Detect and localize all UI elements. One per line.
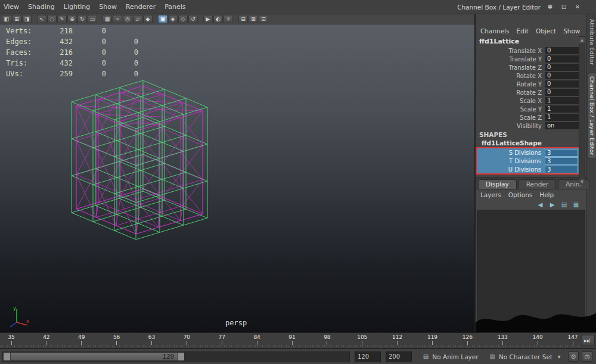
channel-value-field[interactable]: on (545, 122, 579, 129)
perspective-viewport[interactable]: Verts: 218 0 Edges: 432 0 0 (0, 24, 474, 332)
channel-value-field[interactable]: 3 (545, 149, 578, 157)
layer-editor-menu-item[interactable]: Help (539, 191, 554, 198)
layer-editor-menu-item[interactable]: Layers (480, 191, 501, 198)
node-name[interactable]: ffd1Lattice (476, 36, 586, 46)
snap-to-grid-icon[interactable]: ▦ (103, 15, 112, 23)
render-frame-icon[interactable]: ▶ (203, 15, 213, 23)
menu-item[interactable]: Shading (28, 3, 55, 11)
menu-item[interactable]: View (4, 3, 19, 11)
channel-box-menu-item[interactable]: Show (563, 27, 580, 35)
channel-label[interactable]: Scale Y (476, 106, 545, 113)
main-area: ◧ ⊞ ◨ ↖ ◌ ✎ ⊕ ↻ ▭ (0, 14, 596, 332)
panel-options-icon[interactable]: ✱ (546, 4, 554, 10)
toolbar-separator[interactable] (198, 15, 203, 23)
menu-item[interactable]: Renderer (126, 3, 156, 11)
channel-label[interactable]: Translate X (476, 48, 545, 54)
layer-editor-tab[interactable]: Display (478, 179, 517, 189)
channel-value-field[interactable]: 0 (545, 80, 579, 88)
snap-to-curve-icon[interactable]: ~ (113, 15, 122, 23)
character-set-selector[interactable]: ▥ No Character Set ▾ (488, 353, 563, 360)
channel-label[interactable]: Visibility (476, 123, 545, 129)
render-settings-icon[interactable]: ☼ (224, 15, 233, 23)
output-connections-icon[interactable]: ◇ (178, 15, 188, 23)
menu-item[interactable]: Lighting (64, 3, 90, 11)
playback-start-field[interactable] (355, 351, 381, 362)
input-connections-icon[interactable]: ◈ (168, 15, 178, 23)
snap-to-plane-icon[interactable]: ▱ (133, 15, 142, 23)
layer-editor-menu-item[interactable]: Options (508, 191, 533, 198)
channel-label[interactable]: Rotate X (476, 73, 545, 79)
scroll-down-icon[interactable]: ▼ (579, 179, 585, 185)
range-end-handle[interactable] (177, 353, 184, 360)
ipr-render-icon[interactable]: ◐ (213, 15, 223, 23)
range-slider-track[interactable]: 120 (2, 351, 350, 362)
counter-display-icon[interactable]: ⊟ (238, 15, 248, 23)
channel-value-field[interactable]: 0 (545, 47, 579, 54)
toolbar-separator[interactable] (98, 15, 102, 23)
channel-value-field[interactable]: 0 (545, 89, 579, 96)
channel-label[interactable]: Rotate Z (476, 89, 545, 96)
four-pane-layout-icon[interactable]: ⊞ (12, 15, 21, 23)
chevron-down-icon: ▾ (555, 353, 563, 360)
anim-layer-selector[interactable]: ▤ No Anim Layer (421, 353, 478, 360)
animation-preferences-button[interactable]: ◷ (582, 351, 592, 362)
channel-label[interactable]: Translate Z (476, 64, 545, 71)
range-slider-bar[interactable]: 120 (4, 353, 184, 360)
toolbar-separator[interactable] (32, 15, 36, 23)
scroll-up-icon[interactable]: ▲ (579, 37, 585, 43)
layer-next-icon[interactable]: ▶ (548, 201, 557, 208)
channel-label[interactable]: T Divisions (477, 158, 545, 164)
rotate-tool-icon[interactable]: ↻ (77, 15, 87, 23)
auto-keyframe-button[interactable]: ⊙ (568, 351, 579, 362)
channel-box-menu-item[interactable]: Object (536, 27, 556, 35)
float-panel-icon[interactable]: ⊡ (560, 4, 568, 10)
dock-vertical-tab[interactable]: Attribute Editor (588, 16, 595, 68)
channel-box-menu-item[interactable]: Edit (517, 27, 529, 35)
command-line-icon[interactable]: ⊡ (259, 15, 268, 23)
single-pane-layout-icon[interactable]: ◧ (2, 15, 11, 23)
channel-value-field[interactable]: 3 (545, 157, 578, 165)
shape-node-name[interactable]: ffd1LatticeShape (476, 139, 586, 147)
dock-vertical-tab[interactable]: Channel Box / Layer Editor (588, 73, 595, 159)
menu-item[interactable]: Panels (164, 3, 185, 11)
layer-list-empty[interactable] (477, 210, 585, 331)
new-layer-from-selected-icon[interactable]: ▦ (572, 201, 581, 208)
channel-value-field[interactable]: 0 (545, 55, 579, 63)
channel-value-field[interactable]: 1 (545, 97, 579, 104)
select-tool-icon[interactable]: ↖ (37, 15, 46, 23)
channel-label[interactable]: U Divisions (477, 166, 545, 173)
scale-tool-icon[interactable]: ▭ (88, 15, 97, 23)
make-live-icon[interactable]: ◆ (143, 15, 153, 23)
channel-label[interactable]: Rotate Y (476, 81, 545, 88)
selection-highlight-icon[interactable]: ▣ (158, 15, 167, 23)
toolbar-separator[interactable] (153, 15, 157, 23)
channel-label[interactable]: Scale Z (476, 114, 545, 121)
playback-end-field[interactable] (386, 351, 412, 362)
channel-value-field[interactable]: 1 (545, 105, 579, 113)
new-empty-layer-icon[interactable]: ▤ (560, 201, 569, 208)
lasso-tool-icon[interactable]: ◌ (47, 15, 57, 23)
layer-prev-icon[interactable]: ◀ (536, 201, 545, 208)
layer-editor-tab[interactable]: Render (519, 179, 556, 189)
script-editor-icon[interactable]: ⊠ (249, 15, 258, 23)
channel-value-field[interactable]: 0 (545, 64, 579, 71)
range-start-handle[interactable] (4, 353, 11, 360)
toolbar-separator[interactable] (234, 15, 238, 23)
construction-history-icon[interactable]: ↺ (188, 15, 198, 23)
hypershade-layout-icon[interactable]: ◨ (22, 15, 32, 23)
move-tool-icon[interactable]: ⊕ (67, 15, 77, 23)
channel-box-menu-item[interactable]: Channels (480, 27, 510, 35)
channel-box-scrollbar[interactable]: ▲ ▼ (579, 36, 585, 185)
channel-label[interactable]: S Divisions (477, 150, 545, 156)
channel-value-field[interactable]: 0 (545, 72, 579, 79)
channel-label[interactable]: Scale X (476, 98, 545, 104)
channel-value-field[interactable]: 3 (545, 166, 578, 173)
snap-to-point-icon[interactable]: ◎ (123, 15, 132, 23)
go-to-end-button[interactable]: ▶▶▏ (582, 335, 595, 346)
channel-label[interactable]: Translate Y (476, 56, 545, 63)
paint-select-tool-icon[interactable]: ✎ (57, 15, 67, 23)
menu-item[interactable]: Show (99, 3, 117, 11)
time-slider[interactable]: 35 42 49 56 63 (0, 332, 596, 349)
channel-value-field[interactable]: 1 (545, 114, 579, 121)
close-panel-icon[interactable]: ✕ (573, 4, 582, 10)
